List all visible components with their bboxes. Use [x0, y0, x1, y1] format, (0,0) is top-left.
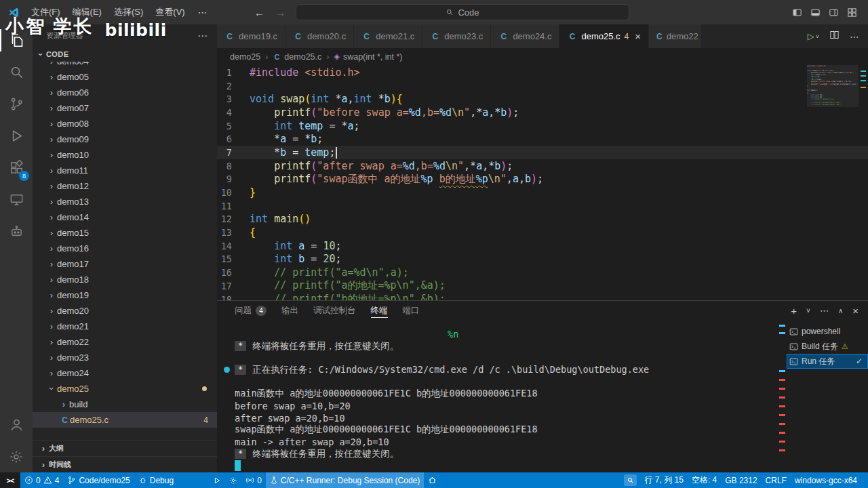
- explorer-icon[interactable]: [0, 24, 33, 56]
- menu-选择(S)[interactable]: 选择(S): [108, 0, 149, 24]
- sidebar-item-demo21[interactable]: ›demo21: [33, 319, 217, 334]
- code-line-10[interactable]: 10}: [217, 186, 868, 199]
- sidebar-item-demo04[interactable]: ›demo04: [33, 62, 217, 69]
- nav-back-icon[interactable]: ←: [250, 7, 269, 18]
- terminal-output[interactable]: %n*终端将被任务重用，按任意键关闭。*正在执行任务: C:/Windows/S…: [217, 320, 778, 472]
- close-icon[interactable]: ×: [635, 30, 641, 42]
- code-line-15[interactable]: 15 int b = 20;: [217, 253, 868, 266]
- runner-session-status[interactable]: C/C++ Runner: Debug Session (Code): [266, 472, 424, 488]
- minimap[interactable]: #include <stdio.h>void swap(int *a,int *…: [807, 65, 859, 300]
- sidebar-item-demo05[interactable]: ›demo05: [33, 69, 217, 85]
- tab-demo22[interactable]: Cdemo22: [649, 24, 702, 48]
- indentation-status[interactable]: 空格: 4: [688, 472, 721, 488]
- cursor-position-status[interactable]: 行 7, 列 15: [641, 472, 688, 488]
- run-debug-icon[interactable]: [0, 120, 33, 152]
- code-line-6[interactable]: 6 *a = *b;: [217, 132, 868, 146]
- remote-indicator[interactable]: ><: [0, 472, 20, 488]
- code-line-13[interactable]: 13{: [217, 226, 868, 239]
- sidebar-item-demo09[interactable]: ›demo09: [33, 131, 217, 147]
- code-editor[interactable]: 1#include <stdio.h>23void swap(int *a,in…: [217, 65, 868, 300]
- toggle-sidebar-icon[interactable]: [792, 7, 802, 18]
- sidebar-item-demo23[interactable]: ›demo23: [33, 350, 217, 365]
- code-line-17[interactable]: 17 // printf("a的地址=%p\n",&a);: [217, 279, 868, 293]
- tab-demo25.c[interactable]: Cdemo25.c4×: [559, 24, 649, 48]
- breadcrumb-item[interactable]: demo25: [230, 52, 260, 62]
- sidebar-item-demo15[interactable]: ›demo15: [33, 225, 217, 241]
- explorer-section-header[interactable]: › CODE: [33, 47, 217, 62]
- toggle-panel-icon[interactable]: [810, 7, 821, 18]
- code-line-1[interactable]: 1#include <stdio.h>: [217, 66, 868, 79]
- sidebar-item-build[interactable]: ›build: [33, 396, 217, 412]
- command-center-search[interactable]: Code: [296, 4, 629, 20]
- tab-demo20.c[interactable]: Cdemo20.c: [285, 24, 354, 48]
- sidebar-item-demo25.c[interactable]: Cdemo25.c4: [33, 412, 217, 428]
- branch-status[interactable]: Code/demo25: [63, 472, 134, 488]
- split-editor-icon[interactable]: [829, 30, 840, 43]
- sidebar-item-demo25[interactable]: ›demo25: [33, 381, 217, 396]
- panel-tab-调试控制台[interactable]: 调试控制台: [313, 301, 356, 320]
- menu-编辑(E)[interactable]: 编辑(E): [66, 0, 108, 24]
- new-terminal-icon[interactable]: +: [791, 305, 797, 317]
- sidebar-section-大纲[interactable]: ›大纲: [33, 440, 217, 456]
- sidebar-item-demo18[interactable]: ›demo18: [33, 272, 217, 287]
- terminal-list-item-powershell[interactable]: powershell: [787, 324, 868, 339]
- sidebar-item-demo20[interactable]: ›demo20: [33, 303, 217, 319]
- search-icon[interactable]: [0, 56, 33, 88]
- breadcrumb-item[interactable]: Cdemo25.c: [273, 52, 321, 62]
- sidebar-more-actions-icon[interactable]: ⋯: [197, 30, 208, 42]
- sidebar-item-demo24[interactable]: ›demo24: [33, 365, 217, 381]
- run-code-button[interactable]: ▷˅: [808, 31, 819, 41]
- menu-overflow-icon[interactable]: ⋯: [191, 7, 214, 18]
- source-control-icon[interactable]: [0, 88, 33, 120]
- code-line-9[interactable]: 9 printf("swap函数中 a的地址%p b的地址%p\n",a,b);: [217, 173, 868, 186]
- sidebar-item-demo17[interactable]: ›demo17: [33, 256, 217, 272]
- sidebar-item-demo11[interactable]: ›demo11: [33, 163, 217, 178]
- code-line-12[interactable]: 12int main(): [217, 213, 868, 226]
- panel-tab-端口[interactable]: 端口: [403, 301, 420, 320]
- extensions-icon[interactable]: 8: [0, 152, 33, 184]
- code-line-16[interactable]: 16 // printf("a=%d\n",a);: [217, 266, 868, 279]
- panel-tab-输出[interactable]: 输出: [281, 301, 298, 320]
- tab-demo24.c[interactable]: Cdemo24.c: [491, 24, 559, 48]
- sidebar-item-demo22[interactable]: ›demo22: [33, 334, 217, 350]
- menu-文件(F)[interactable]: 文件(F): [25, 0, 66, 24]
- encoding-status[interactable]: GB 2312: [721, 472, 761, 488]
- terminal-scrollbar[interactable]: [778, 320, 787, 472]
- settings-gear-icon[interactable]: [0, 441, 33, 472]
- sidebar-item-demo10[interactable]: ›demo10: [33, 147, 217, 163]
- sidebar-section-时间线[interactable]: ›时间线: [33, 456, 217, 472]
- panel-tab-终端[interactable]: 终端: [371, 301, 388, 320]
- home-status-button[interactable]: [424, 472, 441, 488]
- tab-demo23.c[interactable]: Cdemo23.c: [422, 24, 491, 48]
- code-line-7[interactable]: 7 *b = temp;: [217, 146, 868, 159]
- problems-status[interactable]: 0 4: [20, 472, 63, 488]
- sidebar-item-demo06[interactable]: ›demo06: [33, 85, 217, 100]
- code-line-4[interactable]: 4 printf("before swap a=%d,b=%d\n",*a,*b…: [217, 106, 868, 119]
- account-icon[interactable]: [0, 409, 33, 441]
- sidebar-item-demo16[interactable]: ›demo16: [33, 241, 217, 256]
- nav-forward-icon[interactable]: →: [271, 7, 290, 18]
- customize-layout-icon[interactable]: [847, 7, 857, 18]
- tab-demo19.c[interactable]: Cdemo19.c: [217, 24, 285, 48]
- terminal-list-item-Build 任务[interactable]: Build 任务⚠: [787, 339, 868, 354]
- broadcast-status[interactable]: 0: [241, 472, 266, 488]
- code-line-18[interactable]: 18 // printf("b的地址=%p\n",&b);: [217, 293, 868, 300]
- code-line-3[interactable]: 3void swap(int *a,int *b){: [217, 92, 868, 106]
- sidebar-item-demo13[interactable]: ›demo13: [33, 194, 217, 209]
- debug-status[interactable]: Debug: [134, 472, 178, 488]
- terminal-dropdown-icon[interactable]: ˅: [806, 307, 810, 314]
- remote-explorer-icon[interactable]: [0, 184, 33, 216]
- code-line-5[interactable]: 5 int temp = *a;: [217, 119, 868, 133]
- code-line-11[interactable]: 11: [217, 199, 868, 213]
- panel-tab-问题[interactable]: 问题4: [235, 301, 267, 320]
- play-status-button[interactable]: [209, 472, 225, 488]
- code-line-2[interactable]: 2: [217, 79, 868, 93]
- sidebar-item-demo07[interactable]: ›demo07: [33, 100, 217, 116]
- sidebar-item-demo08[interactable]: ›demo08: [33, 116, 217, 131]
- close-panel-icon[interactable]: ×: [852, 305, 859, 317]
- editor-more-actions-icon[interactable]: ⋯: [850, 31, 859, 42]
- breadcrumb-item[interactable]: ◈swap(int *, int *): [334, 52, 402, 62]
- menu-查看(V)[interactable]: 查看(V): [149, 0, 191, 24]
- robot-extension-icon[interactable]: [0, 216, 33, 247]
- settings-status-button[interactable]: [225, 472, 241, 488]
